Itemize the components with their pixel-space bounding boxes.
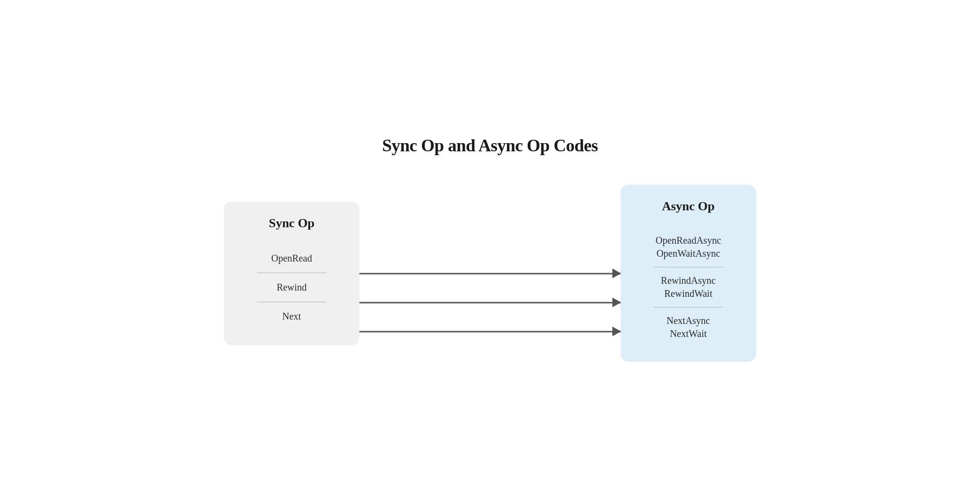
async-nextwait: NextWait [670,328,707,339]
arrows-wrapper [359,202,621,345]
async-item-next: NextAsync NextWait [662,307,715,347]
diagram-container: Sync Op OpenRead Rewind Next Async Op Op… [224,185,756,362]
async-op-items: OpenReadAsync OpenWaitAsync RewindAsync … [645,227,732,347]
sync-op-box: Sync Op OpenRead Rewind Next [224,202,359,345]
arrow-next [359,331,621,332]
async-rewindasync: RewindAsync [661,275,715,286]
sync-item-openread: OpenRead [248,244,335,273]
async-rewindwait: RewindWait [664,288,712,299]
async-op-title: Async Op [662,199,714,214]
sync-op-title: Sync Op [269,216,315,231]
arrow-line-next [359,331,621,332]
async-openreadasync: OpenReadAsync [655,235,721,246]
sync-item-rewind: Rewind [248,273,335,302]
async-op-box: Async Op OpenReadAsync OpenWaitAsync Rew… [621,185,756,362]
arrow-line-rewind [359,302,621,303]
async-item-rewind: RewindAsync RewindWait [656,267,720,307]
async-item-openread: OpenReadAsync OpenWaitAsync [651,227,726,267]
async-nextasync: NextAsync [667,315,710,326]
sync-op-items: OpenRead Rewind Next [248,244,335,331]
arrow-line-openread [359,273,621,274]
page-title: Sync Op and Async Op Codes [382,135,598,156]
async-openwaitasync: OpenWaitAsync [656,248,720,259]
arrow-openread [359,273,621,274]
arrow-rewind [359,302,621,303]
sync-item-next: Next [248,302,335,331]
